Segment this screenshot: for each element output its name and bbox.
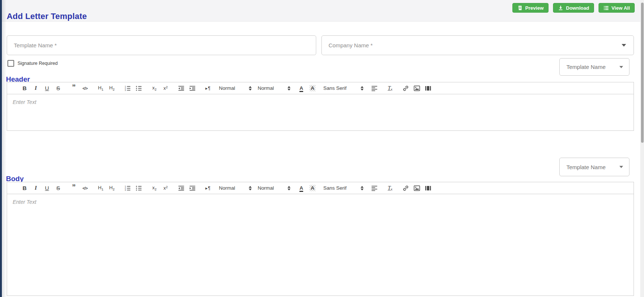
superscript-button[interactable]: x2: [161, 184, 170, 193]
bold-icon: B: [23, 85, 27, 91]
toolbar-group: ”</>: [69, 184, 90, 193]
blockquote-icon: ”: [72, 185, 76, 191]
template-name-input[interactable]: [7, 35, 316, 55]
toolbar-group: Tx: [385, 84, 395, 93]
text-color-button[interactable]: A: [296, 84, 306, 93]
indent-button[interactable]: [188, 184, 197, 193]
view-all-button[interactable]: View All: [599, 3, 635, 13]
receipt-icon: [517, 5, 523, 11]
header-1-icon: H1: [98, 85, 103, 91]
blockquote-icon: ”: [72, 85, 76, 91]
header-1-icon: H1: [98, 185, 103, 191]
blockquote-button[interactable]: ”: [69, 84, 79, 93]
header-1-button[interactable]: H1: [96, 84, 106, 93]
italic-icon: I: [35, 185, 37, 191]
ordered-list-icon: 123: [124, 85, 131, 92]
signature-required-checkbox[interactable]: [7, 60, 14, 67]
ordered-list-button[interactable]: 123: [123, 184, 132, 193]
toolbar-group: H1H2: [96, 84, 117, 93]
size-select[interactable]: Normal: [219, 85, 252, 91]
company-name-select[interactable]: Company Name *: [321, 35, 634, 55]
subscript-button[interactable]: x2: [150, 184, 159, 193]
header-1-button[interactable]: H1: [96, 184, 106, 193]
ordered-list-button[interactable]: 123: [123, 84, 132, 93]
insert-video-button[interactable]: [423, 84, 433, 93]
strike-icon: S: [56, 185, 60, 191]
size-select-value: Normal: [219, 185, 235, 191]
underline-button[interactable]: U: [42, 184, 52, 193]
header-2-button[interactable]: H2: [107, 184, 117, 193]
header-template-field-dropdown[interactable]: Template Name: [559, 58, 629, 76]
insert-link-button[interactable]: [401, 184, 411, 193]
italic-icon: I: [35, 85, 37, 91]
toolbar-group: ▸¶: [203, 84, 213, 93]
underline-button[interactable]: U: [42, 84, 52, 93]
body-editor: BIUS”</>H1H2123x2x2▸¶NormalNormalAASans …: [7, 182, 634, 296]
font-select[interactable]: Sans Serif: [323, 185, 364, 191]
toolbar-group: Normal: [219, 185, 252, 191]
italic-button[interactable]: I: [31, 84, 41, 93]
insert-image-button[interactable]: [412, 184, 422, 193]
size-select[interactable]: Normal: [219, 185, 252, 191]
indent-button[interactable]: [188, 84, 197, 93]
strike-button[interactable]: S: [53, 84, 63, 93]
subscript-button[interactable]: x2: [150, 84, 159, 93]
preview-button[interactable]: Preview: [512, 3, 549, 13]
align-button[interactable]: [370, 184, 379, 193]
outdent-button[interactable]: [176, 184, 186, 193]
bullet-list-button[interactable]: [134, 84, 144, 93]
superscript-button[interactable]: x2: [161, 84, 170, 93]
font-select[interactable]: Sans Serif: [323, 85, 364, 91]
bold-button[interactable]: B: [20, 84, 29, 93]
page-title: Add Letter Template: [7, 12, 87, 21]
body-template-field-dropdown[interactable]: Template Name: [559, 158, 629, 176]
toolbar-group: [401, 184, 433, 193]
superscript-icon: x2: [163, 185, 168, 191]
strike-button[interactable]: S: [53, 184, 63, 193]
clean-formatting-button[interactable]: Tx: [385, 84, 395, 93]
underline-icon: U: [45, 185, 49, 191]
bold-button[interactable]: B: [20, 184, 29, 193]
list-view-icon: [603, 5, 609, 11]
align-button[interactable]: [370, 84, 379, 93]
toolbar-group: x2x2: [150, 184, 170, 193]
background-color-button[interactable]: A: [308, 184, 317, 193]
company-name-placeholder: Company Name *: [329, 42, 373, 48]
superscript-icon: x2: [163, 85, 168, 91]
view-all-button-label: View All: [612, 5, 630, 11]
header-2-button[interactable]: H2: [107, 84, 117, 93]
toolbar-group: Sans Serif: [323, 85, 364, 91]
scrollbar-thumb[interactable]: [641, 3, 644, 143]
insert-video-button[interactable]: [423, 184, 433, 193]
direction-rtl-button[interactable]: ▸¶: [203, 184, 213, 193]
updown-caret-icon: [249, 186, 252, 190]
direction-rtl-button[interactable]: ▸¶: [203, 84, 213, 93]
heading-select[interactable]: Normal: [258, 185, 290, 191]
italic-button[interactable]: I: [31, 184, 41, 193]
code-block-icon: </>: [82, 185, 88, 191]
toolbar-group: Normal: [258, 185, 290, 191]
background-color-button[interactable]: A: [308, 84, 317, 93]
font-select-value: Sans Serif: [323, 85, 346, 91]
blockquote-button[interactable]: ”: [69, 184, 79, 193]
vertical-scrollbar[interactable]: [640, 0, 644, 297]
toolbar-group: ▸¶: [203, 184, 213, 193]
insert-image-button[interactable]: [412, 84, 422, 93]
heading-select[interactable]: Normal: [258, 85, 290, 91]
code-block-button[interactable]: </>: [80, 84, 90, 93]
body-editor-placeholder: Enter Text: [13, 199, 36, 205]
bullet-list-icon: [135, 185, 142, 192]
updown-caret-icon: [249, 86, 252, 91]
background-color-icon: A: [310, 185, 315, 191]
insert-link-button[interactable]: [401, 84, 411, 93]
code-block-button[interactable]: </>: [80, 184, 90, 193]
toolbar-group: Sans Serif: [323, 185, 364, 191]
bullet-list-button[interactable]: [134, 184, 144, 193]
clean-formatting-button[interactable]: Tx: [385, 184, 395, 193]
text-color-button[interactable]: A: [296, 184, 306, 193]
insert-link-icon: [402, 185, 409, 192]
signature-required-label: Signature Required: [18, 61, 58, 66]
insert-link-icon: [402, 85, 409, 92]
outdent-button[interactable]: [176, 84, 186, 93]
download-button[interactable]: Download: [553, 3, 594, 13]
